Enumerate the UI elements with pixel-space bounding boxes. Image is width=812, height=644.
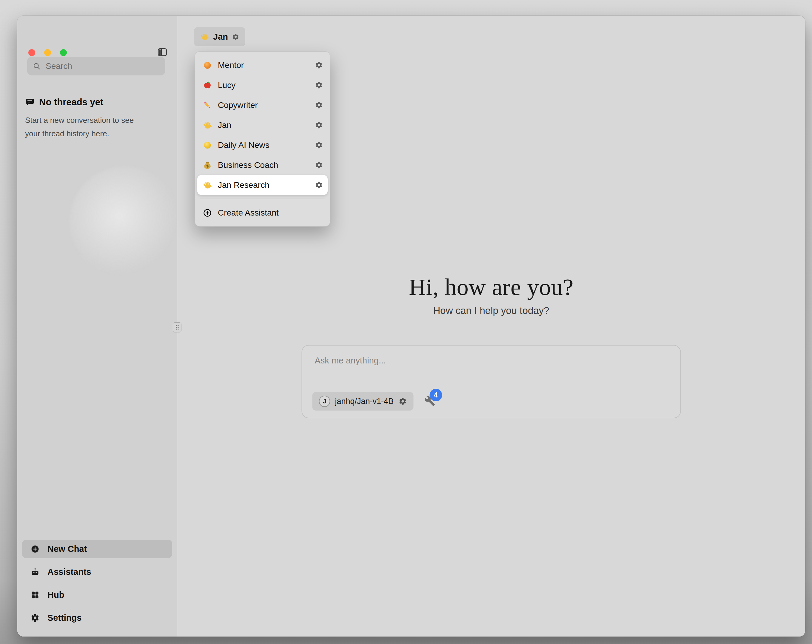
- assistants-robot-icon: [31, 567, 40, 577]
- message-input[interactable]: [314, 355, 669, 378]
- empty-state-description-line1: Start a new conversation to see: [25, 116, 134, 125]
- apple-emoji-icon: [203, 81, 212, 90]
- orange-ball-emoji-icon: [203, 61, 212, 70]
- sidebar-item-settings[interactable]: Settings: [22, 609, 172, 627]
- menu-divider: [200, 199, 325, 199]
- plus-circle-outline-icon: [203, 208, 212, 218]
- tools-button[interactable]: 4: [424, 395, 436, 407]
- empty-state-title: No threads yet: [39, 97, 103, 108]
- gear-icon[interactable]: [315, 81, 323, 89]
- composer-footer: J janhq/Jan-v1-4B 4: [313, 392, 436, 411]
- app-window: No threads yet Start a new conversation …: [17, 16, 805, 636]
- sidebar-blur-artifact: [70, 166, 180, 277]
- window-controls: [28, 49, 67, 56]
- yellow-ball-emoji-icon: [203, 140, 212, 150]
- sidebar-item-label: Assistants: [47, 567, 91, 577]
- gear-icon[interactable]: [315, 61, 323, 69]
- gear-icon[interactable]: [315, 101, 323, 109]
- main-area: Jan Mentor Lucy Copywriter: [177, 16, 805, 636]
- model-avatar: J: [319, 396, 330, 407]
- gear-icon[interactable]: [315, 121, 323, 129]
- money-bag-emoji-icon: [203, 160, 212, 170]
- assistant-menu-item-lucy[interactable]: Lucy: [197, 75, 328, 95]
- current-assistant-name: Jan: [213, 32, 228, 42]
- gear-icon[interactable]: [315, 141, 323, 149]
- greeting-subtitle: How can I help you today?: [177, 305, 805, 316]
- desktop-background: No threads yet Start a new conversation …: [0, 0, 812, 644]
- zoom-button[interactable]: [60, 49, 67, 56]
- grip-dots-icon: [175, 324, 180, 330]
- assistant-menu-label: Lucy: [218, 81, 315, 90]
- close-button[interactable]: [28, 49, 35, 56]
- sidebar-nav: New Chat Assistants Hub Settings: [22, 540, 172, 627]
- minimize-button[interactable]: [44, 49, 51, 56]
- wave-emoji-icon: [203, 120, 212, 130]
- assistant-menu-item-jan[interactable]: Jan: [197, 115, 328, 135]
- empty-state-description-line2: your thread history here.: [25, 129, 109, 138]
- assistant-menu-item-mentor[interactable]: Mentor: [197, 55, 328, 75]
- greeting-title: Hi, how are you?: [177, 274, 805, 300]
- assistant-settings-gear-icon[interactable]: [232, 33, 239, 41]
- assistant-selector-button[interactable]: Jan: [194, 27, 245, 46]
- chat-bubble-icon: [25, 97, 35, 107]
- hub-blocks-icon: [31, 590, 40, 600]
- sidebar-item-label: Settings: [47, 613, 81, 623]
- create-assistant-label: Create Assistant: [218, 208, 323, 218]
- sidebar-item-assistants[interactable]: Assistants: [22, 563, 172, 581]
- gear-icon[interactable]: [315, 181, 323, 189]
- sidebar-item-label: Hub: [47, 590, 64, 600]
- sidebar-item-label: New Chat: [47, 544, 87, 554]
- assistant-menu-item-business-coach[interactable]: Business Coach: [197, 155, 328, 175]
- chat-composer[interactable]: J janhq/Jan-v1-4B 4: [302, 345, 681, 418]
- tools-count-badge: 4: [429, 389, 442, 401]
- gear-icon: [31, 613, 40, 623]
- assistant-menu-label: Copywriter: [218, 100, 315, 110]
- assistant-menu-item-daily-ai-news[interactable]: Daily AI News: [197, 135, 328, 155]
- assistant-menu-item-copywriter[interactable]: Copywriter: [197, 95, 328, 115]
- wave-emoji-icon: [200, 32, 209, 41]
- assistant-menu-label: Jan Research: [218, 180, 315, 190]
- assistant-menu-label: Business Coach: [218, 160, 315, 170]
- search-field[interactable]: [27, 57, 165, 75]
- assistant-menu-label: Daily AI News: [218, 140, 315, 150]
- search-icon: [32, 62, 41, 70]
- wave-emoji-icon: [203, 180, 212, 190]
- model-settings-gear-icon[interactable]: [398, 397, 407, 405]
- plus-circle-icon: [31, 544, 40, 554]
- sidebar-panel-icon: [157, 47, 168, 58]
- sidebar: No threads yet Start a new conversation …: [17, 16, 177, 636]
- create-assistant-item[interactable]: Create Assistant: [197, 203, 328, 223]
- model-name: janhq/Jan-v1-4B: [335, 397, 394, 406]
- pencil-emoji-icon: [203, 100, 212, 110]
- model-selector[interactable]: J janhq/Jan-v1-4B: [313, 392, 414, 411]
- threads-empty-state: No threads yet Start a new conversation …: [25, 97, 165, 140]
- sidebar-item-hub[interactable]: Hub: [22, 586, 172, 604]
- gear-icon[interactable]: [315, 161, 323, 169]
- assistant-dropdown-menu: Mentor Lucy Copywriter Jan: [195, 51, 330, 227]
- assistant-menu-item-jan-research[interactable]: Jan Research: [197, 175, 328, 195]
- sidebar-resize-handle[interactable]: [173, 322, 182, 332]
- assistant-menu-label: Mentor: [218, 61, 315, 70]
- search-input[interactable]: [45, 61, 160, 71]
- sidebar-item-new-chat[interactable]: New Chat: [22, 540, 172, 558]
- assistant-menu-label: Jan: [218, 120, 315, 130]
